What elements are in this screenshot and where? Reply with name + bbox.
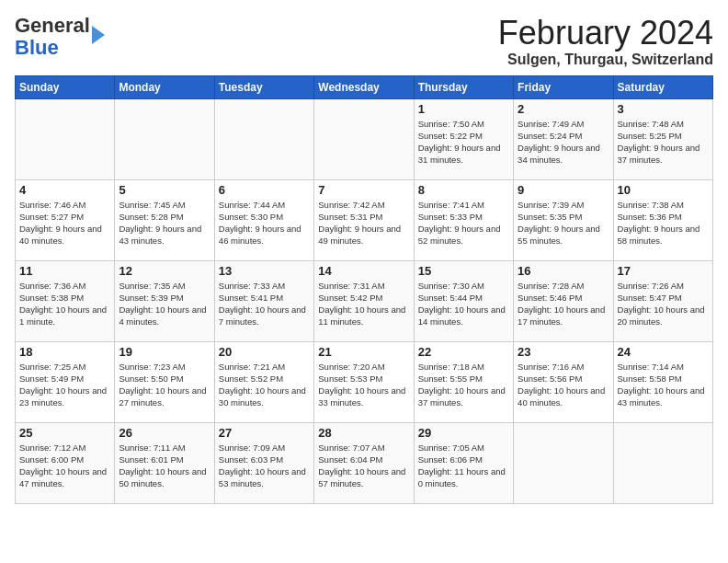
calendar-header-row: Sunday Monday Tuesday Wednesday Thursday…: [16, 75, 713, 98]
day-info: Sunrise: 7:25 AM Sunset: 5:49 PM Dayligh…: [19, 361, 110, 409]
header-monday: Monday: [115, 75, 214, 98]
table-row: 4Sunrise: 7:46 AM Sunset: 5:27 PM Daylig…: [16, 179, 115, 260]
page-header: General Blue February 2024 Sulgen, Thurg…: [15, 15, 713, 68]
table-row: 26Sunrise: 7:11 AM Sunset: 6:01 PM Dayli…: [115, 422, 214, 503]
day-number: 3: [618, 102, 709, 116]
calendar-week-row: 11Sunrise: 7:36 AM Sunset: 5:38 PM Dayli…: [16, 260, 713, 341]
day-number: 2: [518, 102, 609, 116]
table-row: 15Sunrise: 7:30 AM Sunset: 5:44 PM Dayli…: [414, 260, 513, 341]
calendar-table: Sunday Monday Tuesday Wednesday Thursday…: [15, 75, 713, 504]
table-row: 21Sunrise: 7:20 AM Sunset: 5:53 PM Dayli…: [314, 341, 414, 422]
day-info: Sunrise: 7:44 AM Sunset: 5:30 PM Dayligh…: [219, 199, 310, 247]
day-info: Sunrise: 7:41 AM Sunset: 5:33 PM Dayligh…: [418, 199, 509, 247]
day-info: Sunrise: 7:31 AM Sunset: 5:42 PM Dayligh…: [318, 280, 409, 328]
table-row: 14Sunrise: 7:31 AM Sunset: 5:42 PM Dayli…: [314, 260, 414, 341]
header-saturday: Saturday: [613, 75, 712, 98]
day-info: Sunrise: 7:16 AM Sunset: 5:56 PM Dayligh…: [518, 361, 609, 409]
header-tuesday: Tuesday: [214, 75, 313, 98]
day-number: 29: [418, 426, 509, 440]
table-row: [115, 98, 214, 179]
table-row: 7Sunrise: 7:42 AM Sunset: 5:31 PM Daylig…: [314, 179, 414, 260]
day-info: Sunrise: 7:50 AM Sunset: 5:22 PM Dayligh…: [418, 118, 509, 167]
day-info: Sunrise: 7:48 AM Sunset: 5:25 PM Dayligh…: [618, 118, 709, 167]
day-number: 6: [219, 183, 310, 197]
day-number: 14: [318, 264, 409, 278]
table-row: 13Sunrise: 7:33 AM Sunset: 5:41 PM Dayli…: [214, 260, 313, 341]
day-number: 5: [119, 183, 210, 197]
day-number: 7: [318, 183, 409, 197]
calendar-week-row: 1Sunrise: 7:50 AM Sunset: 5:22 PM Daylig…: [16, 98, 713, 179]
day-number: 8: [418, 183, 509, 197]
day-number: 28: [318, 426, 409, 440]
day-number: 19: [119, 345, 210, 359]
logo-blue: Blue: [15, 36, 59, 59]
table-row: [314, 98, 414, 179]
day-info: Sunrise: 7:12 AM Sunset: 6:00 PM Dayligh…: [19, 442, 110, 490]
day-info: Sunrise: 7:26 AM Sunset: 5:47 PM Dayligh…: [618, 280, 709, 328]
day-number: 13: [219, 264, 310, 278]
day-number: 17: [618, 264, 709, 278]
day-number: 16: [518, 264, 609, 278]
day-info: Sunrise: 7:23 AM Sunset: 5:50 PM Dayligh…: [119, 361, 210, 409]
day-info: Sunrise: 7:39 AM Sunset: 5:35 PM Dayligh…: [518, 199, 609, 247]
table-row: [16, 98, 115, 179]
calendar-week-row: 25Sunrise: 7:12 AM Sunset: 6:00 PM Dayli…: [16, 422, 713, 503]
table-row: 25Sunrise: 7:12 AM Sunset: 6:00 PM Dayli…: [16, 422, 115, 503]
day-info: Sunrise: 7:20 AM Sunset: 5:53 PM Dayligh…: [318, 361, 409, 409]
day-info: Sunrise: 7:30 AM Sunset: 5:44 PM Dayligh…: [418, 280, 509, 328]
logo-text: General Blue: [15, 15, 90, 59]
table-row: 29Sunrise: 7:05 AM Sunset: 6:06 PM Dayli…: [414, 422, 513, 503]
day-number: 11: [19, 264, 110, 278]
header-friday: Friday: [514, 75, 613, 98]
calendar-title: February 2024: [498, 15, 713, 52]
day-number: 10: [618, 183, 709, 197]
day-info: Sunrise: 7:35 AM Sunset: 5:39 PM Dayligh…: [119, 280, 210, 328]
table-row: 17Sunrise: 7:26 AM Sunset: 5:47 PM Dayli…: [613, 260, 712, 341]
day-info: Sunrise: 7:46 AM Sunset: 5:27 PM Dayligh…: [19, 199, 110, 247]
day-info: Sunrise: 7:28 AM Sunset: 5:46 PM Dayligh…: [518, 280, 609, 328]
calendar-subtitle: Sulgen, Thurgau, Switzerland: [498, 52, 713, 68]
day-number: 24: [618, 345, 709, 359]
table-row: 18Sunrise: 7:25 AM Sunset: 5:49 PM Dayli…: [16, 341, 115, 422]
day-number: 18: [19, 345, 110, 359]
day-number: 9: [518, 183, 609, 197]
day-info: Sunrise: 7:18 AM Sunset: 5:55 PM Dayligh…: [418, 361, 509, 409]
day-number: 21: [318, 345, 409, 359]
day-info: Sunrise: 7:42 AM Sunset: 5:31 PM Dayligh…: [318, 199, 409, 247]
table-row: 8Sunrise: 7:41 AM Sunset: 5:33 PM Daylig…: [414, 179, 513, 260]
day-info: Sunrise: 7:38 AM Sunset: 5:36 PM Dayligh…: [618, 199, 709, 247]
day-number: 20: [219, 345, 310, 359]
calendar-week-row: 4Sunrise: 7:46 AM Sunset: 5:27 PM Daylig…: [16, 179, 713, 260]
logo-arrow-icon: [92, 26, 105, 44]
day-info: Sunrise: 7:05 AM Sunset: 6:06 PM Dayligh…: [418, 442, 509, 490]
table-row: 2Sunrise: 7:49 AM Sunset: 5:24 PM Daylig…: [514, 98, 613, 179]
calendar-week-row: 18Sunrise: 7:25 AM Sunset: 5:49 PM Dayli…: [16, 341, 713, 422]
day-number: 1: [418, 102, 509, 116]
table-row: 3Sunrise: 7:48 AM Sunset: 5:25 PM Daylig…: [613, 98, 712, 179]
table-row: 10Sunrise: 7:38 AM Sunset: 5:36 PM Dayli…: [613, 179, 712, 260]
day-info: Sunrise: 7:07 AM Sunset: 6:04 PM Dayligh…: [318, 442, 409, 490]
day-number: 22: [418, 345, 509, 359]
day-number: 15: [418, 264, 509, 278]
table-row: 5Sunrise: 7:45 AM Sunset: 5:28 PM Daylig…: [115, 179, 214, 260]
header-thursday: Thursday: [414, 75, 513, 98]
day-info: Sunrise: 7:21 AM Sunset: 5:52 PM Dayligh…: [219, 361, 310, 409]
header-sunday: Sunday: [16, 75, 115, 98]
day-number: 26: [119, 426, 210, 440]
day-info: Sunrise: 7:14 AM Sunset: 5:58 PM Dayligh…: [618, 361, 709, 409]
day-number: 25: [19, 426, 110, 440]
table-row: 27Sunrise: 7:09 AM Sunset: 6:03 PM Dayli…: [214, 422, 313, 503]
header-wednesday: Wednesday: [314, 75, 414, 98]
day-info: Sunrise: 7:36 AM Sunset: 5:38 PM Dayligh…: [19, 280, 110, 328]
table-row: 28Sunrise: 7:07 AM Sunset: 6:04 PM Dayli…: [314, 422, 414, 503]
day-info: Sunrise: 7:45 AM Sunset: 5:28 PM Dayligh…: [119, 199, 210, 247]
day-number: 27: [219, 426, 310, 440]
day-info: Sunrise: 7:49 AM Sunset: 5:24 PM Dayligh…: [518, 118, 609, 167]
day-number: 12: [119, 264, 210, 278]
table-row: 1Sunrise: 7:50 AM Sunset: 5:22 PM Daylig…: [414, 98, 513, 179]
table-row: [214, 98, 313, 179]
table-row: 22Sunrise: 7:18 AM Sunset: 5:55 PM Dayli…: [414, 341, 513, 422]
table-row: 19Sunrise: 7:23 AM Sunset: 5:50 PM Dayli…: [115, 341, 214, 422]
table-row: 9Sunrise: 7:39 AM Sunset: 5:35 PM Daylig…: [514, 179, 613, 260]
logo: General Blue: [15, 15, 105, 59]
